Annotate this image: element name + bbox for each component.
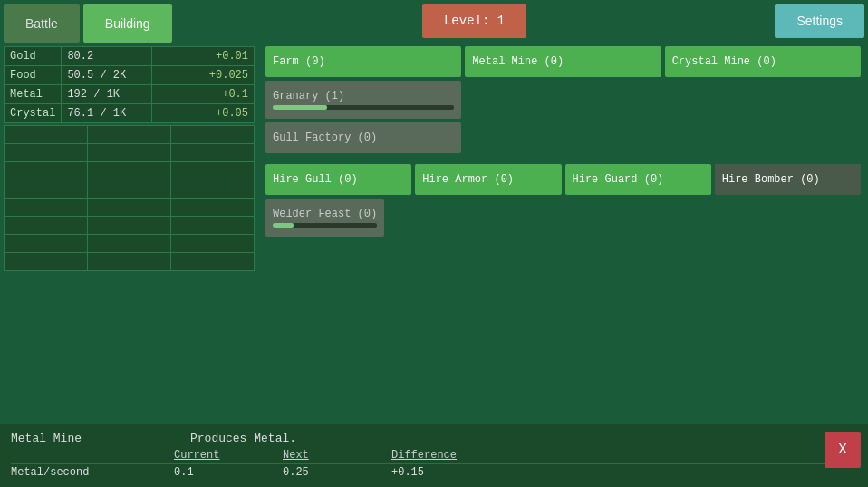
hire-button[interactable]: Hire Armor (0) (415, 164, 561, 195)
resource-row: Crystal 76.1 / 1K +0.05 (5, 104, 255, 123)
stats-current: 0.1 (174, 466, 283, 479)
hire-button[interactable]: Hire Guard (0) (565, 164, 711, 195)
building-empty (465, 122, 661, 153)
resource-name: Food (5, 66, 62, 85)
building-button[interactable]: Metal Mine (0) (465, 46, 661, 77)
stats-data-row: Metal/second 0.1 0.25 +0.15 (11, 466, 857, 479)
resource-name: Metal (5, 85, 62, 104)
info-stats: Current Next Difference Metal/second 0.1… (11, 449, 857, 479)
info-description: Produces Metal. (190, 432, 296, 445)
hire-button[interactable]: Hire Bomber (0) (715, 164, 861, 195)
stats-col1 (11, 449, 174, 462)
stats-next: 0.25 (283, 466, 391, 479)
tab-building[interactable]: Building (83, 4, 172, 43)
resource-row: Metal 192 / 1K +0.1 (5, 85, 255, 104)
building-row-1: Farm (0) Metal Mine (0) Crystal Mine (0) (265, 46, 861, 77)
resource-name: Crystal (5, 104, 62, 123)
stats-col4-header: Difference (391, 449, 518, 462)
resource-rate: +0.1 (152, 85, 255, 104)
building-row-3: Gull Factory (0) (265, 122, 861, 153)
info-panel: Metal Mine Produces Metal. Current Next … (0, 424, 868, 487)
resource-row: Gold 80.2 +0.01 (5, 47, 255, 66)
building-empty (665, 81, 861, 119)
building-button[interactable]: Crystal Mine (0) (665, 46, 861, 77)
building-button[interactable]: Farm (0) (265, 46, 461, 77)
empty-rows-table (4, 125, 255, 271)
special-building-button[interactable]: Welder Feast (0) (265, 199, 384, 237)
building-row-2: Granary (1) (265, 81, 861, 119)
resource-rate: +0.05 (152, 104, 255, 123)
left-panel: Gold 80.2 +0.01 Food 50.5 / 2K +0.025 Me… (0, 43, 258, 424)
stats-difference: +0.15 (391, 466, 518, 479)
stats-header-row: Current Next Difference (11, 449, 857, 464)
building-empty (665, 122, 861, 153)
stats-col3-header: Next (283, 449, 391, 462)
resource-value: 76.1 / 1K (62, 104, 152, 123)
building-button[interactable]: Granary (1) (265, 81, 461, 119)
tab-battle[interactable]: Battle (4, 4, 80, 43)
resource-rate: +0.01 (152, 47, 255, 66)
level-badge: Level: 1 (422, 4, 526, 38)
stats-col2-header: Current (174, 449, 283, 462)
right-panel: Farm (0) Metal Mine (0) Crystal Mine (0)… (258, 43, 868, 424)
hire-row: Hire Gull (0)Hire Armor (0)Hire Guard (0… (265, 164, 861, 195)
building-empty (465, 81, 661, 119)
resource-value: 192 / 1K (62, 85, 152, 104)
resource-table: Gold 80.2 +0.01 Food 50.5 / 2K +0.025 Me… (4, 46, 255, 123)
resource-name: Gold (5, 47, 62, 66)
building-button[interactable]: Gull Factory (0) (265, 122, 461, 153)
resource-rate: +0.025 (152, 66, 255, 85)
resource-value: 80.2 (62, 47, 152, 66)
settings-button[interactable]: Settings (775, 4, 864, 38)
close-info-button[interactable]: X (825, 432, 861, 468)
resource-row: Food 50.5 / 2K +0.025 (5, 66, 255, 85)
special-row: Welder Feast (0) (265, 199, 861, 237)
stats-label: Metal/second (11, 466, 174, 479)
info-title-row: Metal Mine Produces Metal. (11, 432, 857, 445)
header: Battle Building Level: 1 Settings (0, 0, 868, 43)
hire-button[interactable]: Hire Gull (0) (265, 164, 411, 195)
resource-value: 50.5 / 2K (62, 66, 152, 85)
main-layout: Gold 80.2 +0.01 Food 50.5 / 2K +0.025 Me… (0, 43, 868, 424)
info-building-name: Metal Mine (11, 432, 82, 445)
